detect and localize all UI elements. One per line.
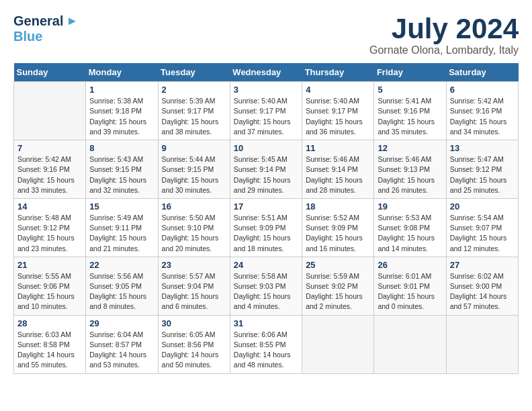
- day-number: 8: [89, 143, 154, 153]
- day-info: Sunrise: 5:58 AM Sunset: 9:03 PM Dayligh…: [234, 271, 298, 312]
- day-number: 30: [162, 318, 226, 328]
- day-number: 9: [162, 143, 226, 153]
- week-row-4: 21Sunrise: 5:55 AM Sunset: 9:06 PM Dayli…: [14, 257, 519, 315]
- day-cell: [374, 315, 446, 373]
- weekday-header-wednesday: Wednesday: [230, 63, 302, 82]
- logo-general-text: General: [13, 13, 63, 29]
- day-number: 17: [234, 201, 298, 212]
- day-cell: 21Sunrise: 5:55 AM Sunset: 9:06 PM Dayli…: [14, 257, 86, 315]
- day-info: Sunrise: 5:56 AM Sunset: 9:05 PM Dayligh…: [89, 271, 154, 312]
- day-cell: [302, 315, 374, 373]
- day-info: Sunrise: 5:42 AM Sunset: 9:16 PM Dayligh…: [17, 154, 82, 195]
- calendar-table: SundayMondayTuesdayWednesdayThursdayFrid…: [13, 63, 519, 373]
- day-number: 29: [89, 318, 154, 328]
- day-number: 19: [378, 201, 442, 212]
- bird-icon: ►: [66, 14, 78, 28]
- day-cell: 10Sunrise: 5:45 AM Sunset: 9:14 PM Dayli…: [230, 140, 302, 199]
- title-area: July 2024 Gornate Olona, Lombardy, Italy: [369, 13, 519, 56]
- day-number: 7: [17, 143, 82, 153]
- day-number: 13: [450, 143, 515, 153]
- day-cell: 1Sunrise: 5:38 AM Sunset: 9:18 PM Daylig…: [86, 82, 158, 140]
- week-row-2: 7Sunrise: 5:42 AM Sunset: 9:16 PM Daylig…: [14, 140, 519, 199]
- week-row-5: 28Sunrise: 6:03 AM Sunset: 8:58 PM Dayli…: [14, 315, 519, 373]
- day-cell: 16Sunrise: 5:50 AM Sunset: 9:10 PM Dayli…: [158, 198, 230, 257]
- day-info: Sunrise: 5:49 AM Sunset: 9:11 PM Dayligh…: [89, 213, 154, 254]
- weekday-header-saturday: Saturday: [446, 63, 518, 82]
- day-cell: 13Sunrise: 5:47 AM Sunset: 9:12 PM Dayli…: [446, 140, 518, 199]
- day-info: Sunrise: 5:45 AM Sunset: 9:14 PM Dayligh…: [234, 154, 298, 195]
- day-info: Sunrise: 6:05 AM Sunset: 8:56 PM Dayligh…: [162, 330, 226, 371]
- day-number: 1: [89, 85, 154, 95]
- day-info: Sunrise: 6:01 AM Sunset: 9:01 PM Dayligh…: [378, 271, 442, 312]
- day-cell: 29Sunrise: 6:04 AM Sunset: 8:57 PM Dayli…: [86, 315, 158, 373]
- day-info: Sunrise: 6:03 AM Sunset: 8:58 PM Dayligh…: [17, 330, 82, 371]
- day-info: Sunrise: 5:46 AM Sunset: 9:13 PM Dayligh…: [378, 154, 442, 195]
- week-row-3: 14Sunrise: 5:48 AM Sunset: 9:12 PM Dayli…: [14, 198, 519, 257]
- day-number: 25: [306, 260, 370, 270]
- location-subtitle: Gornate Olona, Lombardy, Italy: [369, 44, 519, 56]
- day-cell: 14Sunrise: 5:48 AM Sunset: 9:12 PM Dayli…: [14, 198, 86, 257]
- day-cell: 8Sunrise: 5:43 AM Sunset: 9:15 PM Daylig…: [86, 140, 158, 199]
- logo: General ► Blue: [13, 13, 78, 44]
- day-info: Sunrise: 5:38 AM Sunset: 9:18 PM Dayligh…: [89, 96, 154, 137]
- day-cell: 6Sunrise: 5:42 AM Sunset: 9:16 PM Daylig…: [446, 82, 518, 140]
- day-info: Sunrise: 5:59 AM Sunset: 9:02 PM Dayligh…: [306, 271, 370, 312]
- day-number: 20: [450, 201, 515, 212]
- day-cell: 12Sunrise: 5:46 AM Sunset: 9:13 PM Dayli…: [374, 140, 446, 199]
- day-info: Sunrise: 6:02 AM Sunset: 9:00 PM Dayligh…: [450, 271, 515, 312]
- day-info: Sunrise: 6:04 AM Sunset: 8:57 PM Dayligh…: [89, 330, 154, 371]
- day-info: Sunrise: 6:06 AM Sunset: 8:55 PM Dayligh…: [234, 330, 298, 371]
- day-number: 16: [162, 201, 226, 212]
- day-info: Sunrise: 5:54 AM Sunset: 9:07 PM Dayligh…: [450, 213, 515, 254]
- day-cell: 19Sunrise: 5:53 AM Sunset: 9:08 PM Dayli…: [374, 198, 446, 257]
- day-info: Sunrise: 5:44 AM Sunset: 9:15 PM Dayligh…: [162, 154, 226, 195]
- day-number: 11: [306, 143, 370, 153]
- day-cell: 30Sunrise: 6:05 AM Sunset: 8:56 PM Dayli…: [158, 315, 230, 373]
- weekday-header-monday: Monday: [86, 63, 158, 82]
- day-info: Sunrise: 5:43 AM Sunset: 9:15 PM Dayligh…: [89, 154, 154, 195]
- logo-blue-text: Blue: [13, 29, 42, 44]
- day-number: 3: [234, 85, 298, 95]
- day-number: 2: [162, 85, 226, 95]
- day-cell: 5Sunrise: 5:41 AM Sunset: 9:16 PM Daylig…: [374, 82, 446, 140]
- day-info: Sunrise: 5:40 AM Sunset: 9:17 PM Dayligh…: [234, 96, 298, 137]
- day-cell: 11Sunrise: 5:46 AM Sunset: 9:14 PM Dayli…: [302, 140, 374, 199]
- day-info: Sunrise: 5:46 AM Sunset: 9:14 PM Dayligh…: [306, 154, 370, 195]
- day-info: Sunrise: 5:55 AM Sunset: 9:06 PM Dayligh…: [17, 271, 82, 312]
- day-cell: 9Sunrise: 5:44 AM Sunset: 9:15 PM Daylig…: [158, 140, 230, 199]
- day-number: 14: [17, 201, 82, 212]
- day-cell: 2Sunrise: 5:39 AM Sunset: 9:17 PM Daylig…: [158, 82, 230, 140]
- day-cell: 15Sunrise: 5:49 AM Sunset: 9:11 PM Dayli…: [86, 198, 158, 257]
- day-info: Sunrise: 5:41 AM Sunset: 9:16 PM Dayligh…: [378, 96, 442, 137]
- day-cell: 22Sunrise: 5:56 AM Sunset: 9:05 PM Dayli…: [86, 257, 158, 315]
- day-number: 12: [378, 143, 442, 153]
- day-cell: 28Sunrise: 6:03 AM Sunset: 8:58 PM Dayli…: [14, 315, 86, 373]
- day-cell: 7Sunrise: 5:42 AM Sunset: 9:16 PM Daylig…: [14, 140, 86, 199]
- day-number: 26: [378, 260, 442, 270]
- day-number: 10: [234, 143, 298, 153]
- day-info: Sunrise: 5:40 AM Sunset: 9:17 PM Dayligh…: [306, 96, 370, 137]
- day-number: 4: [306, 85, 370, 95]
- day-cell: [14, 82, 86, 140]
- day-cell: 25Sunrise: 5:59 AM Sunset: 9:02 PM Dayli…: [302, 257, 374, 315]
- weekday-header-sunday: Sunday: [14, 63, 86, 82]
- day-number: 31: [234, 318, 298, 328]
- page-header: General ► Blue July 2024 Gornate Olona, …: [13, 13, 519, 56]
- day-number: 6: [450, 85, 515, 95]
- day-info: Sunrise: 5:39 AM Sunset: 9:17 PM Dayligh…: [162, 96, 226, 137]
- month-title: July 2024: [369, 13, 519, 44]
- week-row-1: 1Sunrise: 5:38 AM Sunset: 9:18 PM Daylig…: [14, 82, 519, 140]
- day-info: Sunrise: 5:51 AM Sunset: 9:09 PM Dayligh…: [234, 213, 298, 254]
- day-number: 28: [17, 318, 82, 328]
- day-number: 18: [306, 201, 370, 212]
- day-info: Sunrise: 5:57 AM Sunset: 9:04 PM Dayligh…: [162, 271, 226, 312]
- day-cell: 24Sunrise: 5:58 AM Sunset: 9:03 PM Dayli…: [230, 257, 302, 315]
- day-info: Sunrise: 5:48 AM Sunset: 9:12 PM Dayligh…: [17, 213, 82, 254]
- weekday-header-thursday: Thursday: [302, 63, 374, 82]
- day-number: 23: [162, 260, 226, 270]
- day-info: Sunrise: 5:53 AM Sunset: 9:08 PM Dayligh…: [378, 213, 442, 254]
- day-cell: 4Sunrise: 5:40 AM Sunset: 9:17 PM Daylig…: [302, 82, 374, 140]
- day-cell: [446, 315, 518, 373]
- day-info: Sunrise: 5:42 AM Sunset: 9:16 PM Dayligh…: [450, 96, 515, 137]
- day-info: Sunrise: 5:50 AM Sunset: 9:10 PM Dayligh…: [162, 213, 226, 254]
